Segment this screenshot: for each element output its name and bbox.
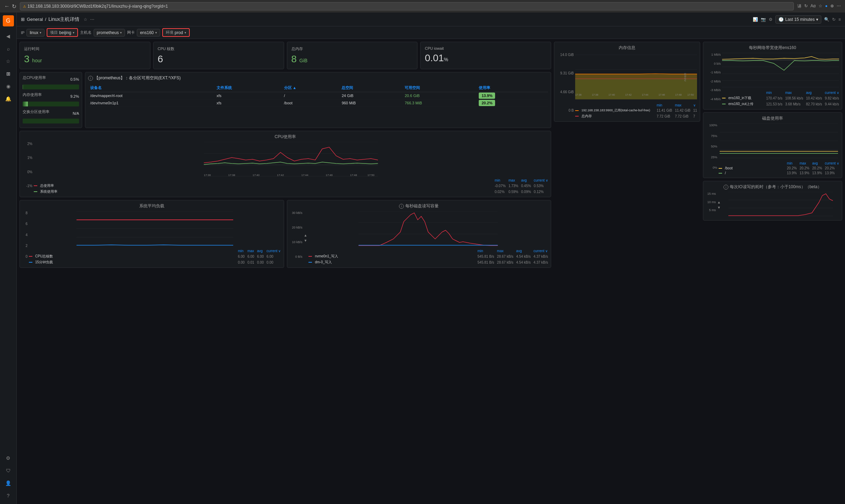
io-latency-info-icon[interactable]: i [723, 185, 728, 190]
partition-cell: /boot [282, 99, 340, 107]
cpu-chart-area: 2% 1% 0% -1% [23, 142, 548, 194]
project-selector[interactable]: 项目 beijing ▾ [47, 28, 78, 37]
memory-pct-value: 9.2% [70, 94, 79, 98]
usage-cell: 20.2% [477, 99, 548, 107]
runtime-card: 运行时间 3 hour [19, 42, 150, 69]
refresh-page-icon[interactable]: ↻ [804, 3, 808, 9]
network-legend: min max avg current ∨ ens160_in下载 170.47… [722, 91, 839, 106]
settings-browser-icon[interactable]: ⋯ [837, 3, 841, 9]
sidebar-user-button[interactable]: 👤 [3, 478, 14, 489]
cpu-cores-card: CPU 核数 6 [153, 42, 284, 69]
cpu-iowait-value: 0.01% [425, 53, 547, 64]
chart-view-icon[interactable]: 📊 [753, 17, 758, 22]
total-cpu-label: 总CPU使用率 [23, 75, 46, 80]
ens160-value: ens160 [140, 30, 154, 35]
disk-io-svg: 17:36 17:38 17:40 17:42 17:44 17:46 17:4… [308, 211, 548, 246]
io-latency-header: i 每次IO读写的耗时（参考：小于100ms）（beta） [706, 184, 839, 190]
svg-text:17:46: 17:46 [658, 93, 665, 96]
profile-icon[interactable]: ● [825, 3, 828, 9]
memory-y-axis: 14.0 GiB 9.31 GiB 4.66 GiB 0 B [557, 53, 574, 119]
sidebar-star-button[interactable]: ☆ [3, 56, 14, 67]
env-dropdown-icon: ▾ [185, 31, 186, 34]
cpu-system-legend-color [34, 191, 37, 192]
browser-actions: 译 ↻ Aα ☆ ● ⊕ ⋯ [797, 3, 841, 9]
runtime-label: 运行时间 [24, 46, 146, 51]
read-icon[interactable]: Aα [811, 3, 816, 9]
sidebar-shield-button[interactable]: 🛡 [3, 465, 14, 476]
load-chart-svg: 17:36 17:38 17:40 17:42 17:44 17:46 17:4… [29, 211, 281, 246]
sidebar-alert-button[interactable]: ◉ [3, 81, 14, 92]
available-cell: 766.3 MiB [402, 99, 477, 107]
network-chart-title: 每秒网络带宽使用ens160 [706, 45, 839, 51]
refresh-button[interactable]: ↻ [12, 3, 16, 10]
disk-info-icon[interactable]: i [88, 76, 93, 81]
prod-value: prod [175, 30, 183, 35]
network-label: 网卡 [127, 30, 135, 35]
cpu-iowait-card: CPU iowait 0.01% [420, 42, 551, 69]
cpu-col-max: max [508, 178, 518, 182]
table-row: /dev/nvme0n1p1 xfs /boot 960 MiB 766.3 M… [88, 99, 548, 107]
menu-icon[interactable]: ≡ [838, 17, 841, 22]
total-cell: 960 MiB [339, 99, 402, 107]
svg-text:17:50: 17:50 [368, 174, 375, 177]
project-label: 项目 [50, 30, 58, 35]
breadcrumb-home-icon[interactable]: ⊞ [21, 17, 25, 22]
translate-icon[interactable]: 译 [797, 3, 801, 9]
clock-icon: 🕐 [779, 17, 784, 22]
project-dropdown-icon: ▾ [73, 31, 75, 34]
sidebar-search-button[interactable]: ⌕ [3, 43, 14, 54]
device-cell: /dev/nvme0n1p1 [88, 99, 214, 107]
back-button[interactable]: ← [4, 3, 10, 9]
left-column: 运行时间 3 hour CPU 核数 6 总内存 8 Gi [19, 42, 551, 268]
cpu-progress-bar [23, 85, 23, 89]
svg-text:17:38: 17:38 [592, 93, 598, 96]
cpu-y-axis: 2% 1% 0% -1% [23, 142, 32, 194]
auto-refresh-icon[interactable]: ↻ [832, 17, 836, 22]
network-y-axis: 1 Mb/s 0 b/s -1 Mb/s -2 Mb/s -3 Mb/s -4 … [706, 53, 721, 106]
network-svg-container: 17:36 17:38 17:40 17:42 17:44 17:46 17:4… [722, 53, 839, 106]
cpu-total-legend-color [34, 185, 37, 186]
snapshot-icon[interactable]: 📷 [761, 17, 766, 22]
sidebar-settings-button[interactable]: ⚙ [3, 453, 14, 464]
disk-io-info-icon[interactable]: i [399, 204, 404, 209]
sidebar-bell-button[interactable]: 🔔 [3, 93, 14, 104]
svg-text:17:42: 17:42 [625, 93, 632, 96]
memory-legend: min max ∨ 192.168.158.183:9900_已用(total-… [575, 103, 697, 119]
cpu-cores-value: 6 [158, 54, 280, 65]
extensions-icon[interactable]: ⊕ [830, 3, 834, 9]
io-latency-svg [722, 192, 839, 216]
prometheus-selector[interactable]: prometheus ▾ [94, 29, 125, 37]
svg-text:17:38: 17:38 [228, 174, 236, 177]
star-icon[interactable]: ☆ [84, 17, 87, 22]
network-upload-line [722, 61, 839, 70]
share-icon[interactable]: ⋯ [90, 17, 94, 22]
time-range-text: Last 15 minutes [785, 17, 815, 22]
load-chart-title: 系统平均负载 [23, 203, 281, 209]
header-actions: 📊 📷 ⚙ 🕐 Last 15 minutes ▾ 🔍 ↻ ≡ [753, 15, 841, 24]
col-device: 设备名 [88, 84, 214, 92]
ens160-selector[interactable]: ens160 ▾ [137, 29, 160, 37]
zoom-out-icon[interactable]: 🔍 [824, 17, 829, 22]
sidebar-logo[interactable]: G [3, 15, 14, 26]
swap-usage-label: 交换分区使用率 [23, 109, 49, 114]
svg-text:17:44: 17:44 [642, 93, 648, 96]
io-latency-area: 15 ms 10 ms 5 ms ▲ ▼ [706, 192, 839, 217]
url-bar[interactable]: ⚠ 192.168.158.183:3000/d/9CWBzd1f0bik2q7… [20, 2, 794, 10]
middle-column: 内存信息 14.0 GiB 9.31 GiB 4.66 GiB 0 B [554, 42, 700, 268]
sidebar: G ◀ ⌕ ☆ ⊞ ◉ 🔔 ⚙ 🛡 👤 ? [0, 13, 17, 504]
content-area: 运行时间 3 hour CPU 核数 6 总内存 8 Gi [17, 39, 845, 504]
cpu-iowait-label: CPU iowait [425, 46, 547, 50]
sidebar-grid-button[interactable]: ⊞ [3, 68, 14, 79]
io-latency-svg-container [722, 192, 839, 217]
network-download-line [722, 56, 839, 59]
sidebar-help-button[interactable]: ? [3, 490, 14, 501]
sidebar-collapse-button[interactable]: ◀ [3, 31, 14, 42]
settings-icon[interactable]: ⚙ [769, 17, 773, 22]
disk-io-title: 每秒磁盘读写容量 [405, 203, 439, 209]
breadcrumb-separator: / [45, 17, 46, 22]
time-range-picker[interactable]: 🕐 Last 15 minutes ▾ [775, 15, 821, 24]
linux-selector[interactable]: linux ▾ [26, 29, 45, 37]
env-selector[interactable]: 环境 prod ▾ [162, 28, 190, 37]
bookmark-icon[interactable]: ☆ [819, 3, 822, 9]
url-text: 192.168.158.183:3000/d/9CWBzd1f0bik2q71/… [28, 4, 168, 9]
